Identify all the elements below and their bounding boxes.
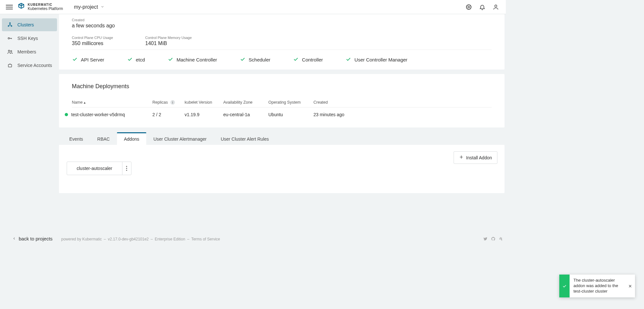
component-user-controller-manager: User Controller Manager xyxy=(345,56,407,63)
svg-point-5 xyxy=(11,25,12,26)
hamburger-menu-icon[interactable] xyxy=(6,4,13,11)
addon-name[interactable]: cluster-autoscaler xyxy=(67,162,122,175)
svg-point-11 xyxy=(126,168,127,169)
help-icon[interactable] xyxy=(465,4,472,11)
sidebar-item-label: SSH Keys xyxy=(17,36,38,41)
col-os: Operating System xyxy=(268,100,313,105)
addon-chip: cluster-autoscaler xyxy=(67,162,131,175)
brand-logo[interactable]: KUBERMATIC Kubernetes Platform xyxy=(17,3,63,11)
component-scheduler: Scheduler xyxy=(240,56,271,63)
check-icon xyxy=(72,56,78,63)
check-icon xyxy=(240,56,245,63)
component-api-server: API Server xyxy=(72,56,104,63)
back-to-projects-link[interactable]: back to projects xyxy=(12,236,53,241)
check-icon xyxy=(168,56,173,63)
components-status-row: API Server etcd Machine Controller Sched… xyxy=(72,50,492,70)
md-name: test-cluster-worker-v5drmq xyxy=(71,112,125,117)
cpu-usage-label: Control Plane CPU Usage xyxy=(72,36,113,40)
tab-alertmanager[interactable]: User Cluster Alertmanager xyxy=(146,133,214,145)
component-machine-controller: Machine Controller xyxy=(168,56,217,63)
svg-point-7 xyxy=(8,50,10,52)
tab-addons[interactable]: Addons xyxy=(117,132,146,145)
sort-asc-icon: ▴ xyxy=(84,100,86,105)
created-label: Created xyxy=(72,18,115,22)
col-replicas: Replicas i xyxy=(152,100,185,105)
col-name[interactable]: Name ▴ xyxy=(72,100,152,105)
robot-icon xyxy=(7,62,13,68)
svg-point-3 xyxy=(10,23,11,23)
sidebar-item-members[interactable]: Members xyxy=(2,45,57,58)
md-az: eu-central-1a xyxy=(223,112,268,117)
col-created: Created xyxy=(313,100,492,105)
tab-events[interactable]: Events xyxy=(62,133,90,145)
slack-icon[interactable] xyxy=(499,237,503,242)
chevron-left-icon xyxy=(12,236,16,241)
project-selector[interactable]: my-project xyxy=(74,4,104,10)
status-dot-healthy xyxy=(65,113,68,116)
sidebar-item-label: Members xyxy=(17,49,36,54)
created-block: Created a few seconds ago xyxy=(72,18,115,29)
sidebar-item-label: Service Accounts xyxy=(17,63,52,68)
check-icon xyxy=(127,56,133,63)
col-az: Availability Zone xyxy=(223,100,268,105)
created-value: a few seconds ago xyxy=(72,23,115,29)
footer-powered: powered by Kubermatic xyxy=(61,237,102,241)
cpu-usage-value: 350 millicores xyxy=(72,41,113,46)
footer-meta: powered by Kubermatic – v2.17.0-dev-gb42… xyxy=(61,236,506,243)
sidebar-item-ssh-keys[interactable]: SSH Keys xyxy=(2,32,57,45)
clusters-icon xyxy=(7,22,13,28)
machine-deployments-title: Machine Deployments xyxy=(72,83,492,90)
logo-icon xyxy=(17,3,25,11)
user-account-icon[interactable] xyxy=(492,4,499,11)
md-table-row[interactable]: test-cluster-worker-v5drmq 2 / 2 v1.19.9… xyxy=(72,107,492,122)
sidebar-item-label: Clusters xyxy=(17,22,34,27)
md-table-header: Name ▴ Replicas i kubelet Version Availa… xyxy=(72,98,492,107)
tab-rbac[interactable]: RBAC xyxy=(90,133,117,145)
project-name: my-project xyxy=(74,4,98,10)
chevron-down-icon xyxy=(101,4,104,10)
md-kubelet: v1.19.9 xyxy=(185,112,223,117)
svg-point-12 xyxy=(126,170,127,171)
app-header: KUBERMATIC Kubernetes Platform my-projec… xyxy=(0,0,506,14)
tab-alertrules[interactable]: User Cluster Alert Rules xyxy=(214,133,276,145)
github-icon[interactable] xyxy=(491,237,495,242)
cluster-info-card: Created a few seconds ago Control Plane … xyxy=(59,14,505,70)
svg-point-10 xyxy=(126,166,127,167)
md-replicas: 2 / 2 xyxy=(152,112,185,117)
key-icon xyxy=(7,35,13,41)
check-icon xyxy=(345,56,351,63)
sidebar-item-service-accounts[interactable]: Service Accounts xyxy=(2,59,57,72)
logo-text: KUBERMATIC Kubernetes Platform xyxy=(28,3,63,11)
svg-rect-9 xyxy=(8,64,12,67)
sidebar-item-clusters[interactable]: Clusters xyxy=(2,18,57,31)
main-content: Created a few seconds ago Control Plane … xyxy=(59,14,506,243)
component-controller: Controller xyxy=(293,56,323,63)
mem-usage-block: Control Plane Memory Usage 1401 MiB xyxy=(145,36,192,46)
svg-point-1 xyxy=(468,6,470,8)
svg-point-8 xyxy=(11,51,12,52)
addon-menu-button[interactable] xyxy=(122,162,131,175)
col-kubelet: kubelet Version xyxy=(185,100,223,105)
twitter-icon[interactable] xyxy=(483,237,488,242)
footer-edition: Enterprise Edition xyxy=(155,237,185,241)
component-etcd: etcd xyxy=(127,56,145,63)
md-os: Ubuntu xyxy=(268,112,313,117)
install-addon-button[interactable]: Install Addon xyxy=(454,151,497,164)
mem-usage-label: Control Plane Memory Usage xyxy=(145,36,192,40)
info-icon[interactable]: i xyxy=(170,100,175,105)
plus-icon xyxy=(459,155,464,160)
footer-version: v2.17.0-dev-gb42101e2 xyxy=(108,237,149,241)
md-created: 23 minutes ago xyxy=(313,112,492,117)
footer-social xyxy=(483,237,503,242)
svg-point-6 xyxy=(8,38,10,39)
members-icon xyxy=(7,49,13,55)
footer-tos-link[interactable]: Terms of Service xyxy=(191,237,220,241)
notifications-icon[interactable] xyxy=(479,4,486,11)
cpu-usage-block: Control Plane CPU Usage 350 millicores xyxy=(72,36,113,46)
mem-usage-value: 1401 MiB xyxy=(145,41,192,46)
tabs-row: Events RBAC Addons User Cluster Alertman… xyxy=(59,132,505,145)
svg-point-2 xyxy=(495,5,497,7)
check-icon xyxy=(293,56,299,63)
sidebar-nav: Clusters SSH Keys Members Service Accoun… xyxy=(0,14,59,243)
svg-point-4 xyxy=(8,25,9,26)
